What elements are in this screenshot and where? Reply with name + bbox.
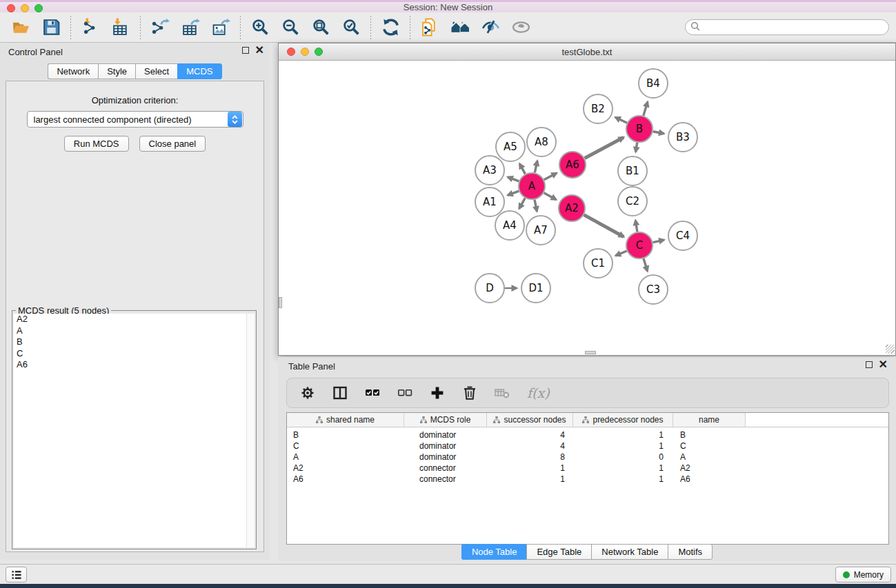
close-table-panel-icon[interactable]: ✕ bbox=[879, 361, 888, 368]
network-canvas[interactable]: B4B2BB3A5A8A6A3B1AA1C2A2A4A7C4CC1C3DD1 bbox=[279, 61, 895, 354]
tab-mcds[interactable]: MCDS bbox=[177, 63, 221, 79]
table-row[interactable]: A2connector11A2 bbox=[287, 463, 888, 474]
import-table-icon[interactable] bbox=[108, 15, 133, 40]
result-node[interactable]: A2 bbox=[14, 314, 255, 325]
zoom-in-icon[interactable] bbox=[248, 15, 272, 40]
node-B1[interactable]: B1 bbox=[618, 156, 647, 185]
task-history-button[interactable] bbox=[6, 567, 27, 582]
node-A4[interactable]: A4 bbox=[495, 211, 524, 240]
node-C2[interactable]: C2 bbox=[618, 187, 647, 216]
edge-A-A7[interactable] bbox=[535, 200, 537, 212]
column-header-shared-name[interactable]: shared name bbox=[287, 413, 404, 427]
houses-icon[interactable] bbox=[448, 15, 472, 40]
close-panel-icon[interactable]: ✕ bbox=[255, 47, 264, 54]
document-network-icon[interactable] bbox=[417, 15, 442, 40]
node-B2[interactable]: B2 bbox=[584, 94, 613, 123]
hide-panels-icon[interactable] bbox=[478, 15, 503, 40]
node-A6[interactable]: A6 bbox=[559, 152, 586, 178]
node-A5[interactable]: A5 bbox=[496, 132, 525, 161]
node-D1[interactable]: D1 bbox=[521, 274, 550, 303]
edge-A-A8[interactable] bbox=[535, 161, 537, 172]
edge-A-A1[interactable] bbox=[508, 191, 519, 195]
select-all-icon[interactable] bbox=[365, 385, 380, 401]
column-header-name[interactable]: name bbox=[673, 413, 746, 427]
tab-network[interactable]: Network bbox=[48, 63, 98, 79]
settings-gear-icon[interactable] bbox=[300, 385, 315, 401]
edge-A-A5[interactable] bbox=[519, 164, 525, 174]
network-graph[interactable]: B4B2BB3A5A8A6A3B1AA1C2A2A4A7C4CC1C3DD1 bbox=[279, 61, 895, 354]
table-tab-network-table[interactable]: Network Table bbox=[591, 544, 668, 560]
memory-button[interactable]: Memory bbox=[835, 567, 891, 582]
edge-A2-C[interactable] bbox=[584, 215, 624, 237]
edge-A-A2[interactable] bbox=[544, 193, 557, 200]
edge-B-B1[interactable] bbox=[636, 143, 637, 152]
delete-column-icon[interactable] bbox=[462, 385, 477, 401]
result-node[interactable]: C bbox=[14, 348, 255, 360]
show-eye-icon[interactable] bbox=[508, 15, 533, 40]
column-header-successor-nodes[interactable]: successor nodes bbox=[487, 413, 573, 427]
result-node[interactable]: B bbox=[14, 336, 255, 348]
table-tab-motifs[interactable]: Motifs bbox=[668, 544, 713, 560]
float-panel-icon[interactable] bbox=[242, 47, 249, 54]
open-session-icon[interactable] bbox=[8, 15, 33, 40]
zoom-fit-icon[interactable] bbox=[308, 15, 333, 40]
table-row[interactable]: Adominator80A bbox=[287, 452, 888, 463]
zoom-out-icon[interactable] bbox=[278, 15, 303, 40]
table-row[interactable]: Bdominator41B bbox=[287, 429, 888, 440]
node-C[interactable]: C bbox=[626, 232, 653, 258]
horizontal-scrollbar-thumb[interactable] bbox=[585, 351, 596, 354]
float-table-panel-icon[interactable] bbox=[866, 361, 873, 368]
edge-B-B2[interactable] bbox=[615, 117, 627, 123]
refresh-view-icon[interactable] bbox=[378, 15, 403, 40]
mcds-result-list[interactable]: A2ABCA6 bbox=[14, 314, 255, 547]
node-C1[interactable]: C1 bbox=[584, 249, 613, 278]
node-A8[interactable]: A8 bbox=[527, 128, 556, 156]
edge-B-B3[interactable] bbox=[653, 132, 664, 134]
deselect-all-icon[interactable] bbox=[397, 385, 412, 401]
result-node[interactable]: A6 bbox=[14, 359, 255, 371]
table-row[interactable]: Cdominator41C bbox=[287, 440, 888, 452]
edge-A-A6[interactable] bbox=[544, 173, 557, 180]
node-A[interactable]: A bbox=[519, 173, 545, 199]
tab-select[interactable]: Select bbox=[135, 63, 177, 79]
criterion-dropdown[interactable]: largest connected component (directed) bbox=[27, 111, 243, 128]
node-C4[interactable]: C4 bbox=[668, 221, 697, 250]
zoom-selected-icon[interactable] bbox=[339, 15, 364, 40]
node-B[interactable]: B bbox=[626, 116, 653, 142]
node-A2[interactable]: A2 bbox=[559, 195, 585, 221]
result-scrollbar[interactable] bbox=[246, 314, 255, 547]
edge-C-C3[interactable] bbox=[644, 258, 648, 271]
table-tab-node-table[interactable]: Node Table bbox=[461, 544, 527, 560]
edge-C-C4[interactable] bbox=[653, 240, 664, 243]
search-input[interactable] bbox=[700, 21, 888, 34]
import-network-icon[interactable] bbox=[78, 15, 103, 40]
edge-A-A3[interactable] bbox=[508, 177, 519, 181]
node-C3[interactable]: C3 bbox=[639, 275, 668, 304]
node-B4[interactable]: B4 bbox=[639, 69, 668, 98]
column-header-predecessor-nodes[interactable]: predecessor nodes bbox=[573, 413, 673, 427]
export-table-icon[interactable] bbox=[178, 15, 203, 40]
table-row[interactable]: A6connector11A6 bbox=[287, 474, 888, 485]
save-session-icon[interactable] bbox=[39, 15, 63, 40]
node-A1[interactable]: A1 bbox=[475, 187, 504, 216]
search-field[interactable] bbox=[685, 19, 889, 35]
node-B3[interactable]: B3 bbox=[668, 123, 697, 152]
export-network-icon[interactable] bbox=[148, 15, 172, 40]
add-column-icon[interactable] bbox=[430, 385, 445, 401]
edge-C-C2[interactable] bbox=[635, 221, 637, 232]
column-header-MCDS-role[interactable]: MCDS role bbox=[404, 413, 487, 427]
vertical-scrollbar-thumb[interactable] bbox=[279, 297, 282, 308]
network-window-titlebar[interactable]: testGlobe.txt bbox=[279, 43, 895, 61]
node-A3[interactable]: A3 bbox=[475, 156, 504, 185]
window-resize-grip[interactable] bbox=[886, 345, 895, 354]
export-image-icon[interactable] bbox=[208, 15, 233, 40]
node-table[interactable]: shared nameMCDS rolesuccessor nodesprede… bbox=[286, 412, 889, 545]
node-A7[interactable]: A7 bbox=[526, 216, 555, 245]
node-D[interactable]: D bbox=[475, 274, 504, 303]
column-selector-icon[interactable] bbox=[332, 385, 348, 401]
tab-style[interactable]: Style bbox=[98, 63, 135, 79]
edge-B-B4[interactable] bbox=[644, 102, 648, 116]
edge-A-A4[interactable] bbox=[519, 198, 526, 208]
result-node[interactable]: A bbox=[14, 325, 255, 337]
edge-C-C1[interactable] bbox=[616, 251, 627, 256]
